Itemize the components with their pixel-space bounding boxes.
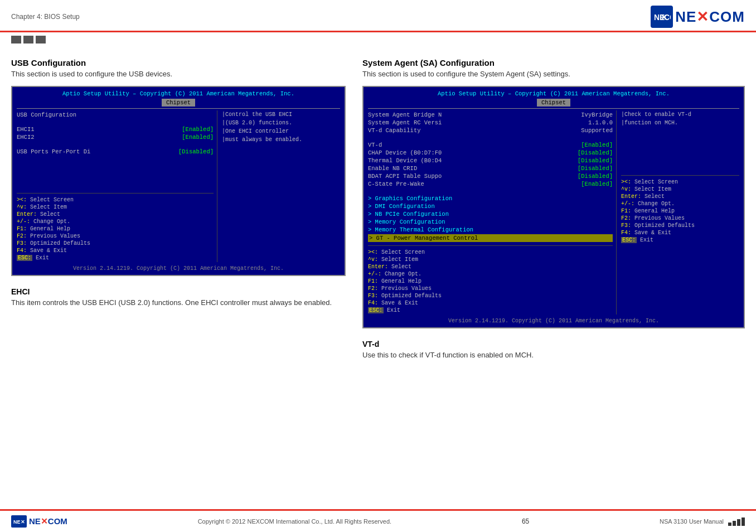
nav-dot-3	[36, 36, 46, 43]
sa-nbpcie-link[interactable]: NB PCIe Configuration	[368, 211, 613, 217]
bios-key-f4: F4: Save & Exit	[17, 248, 214, 254]
sa-chap-row: CHAP Device (B0:D7:F0 [Disabled]	[368, 149, 613, 156]
page-header: Chapter 4: BIOS Setup NE ✕ COM NE✕COM	[0, 0, 756, 32]
usb-config-title: USB Configuration	[11, 58, 346, 67]
sa-right-key-select-item: ^v: Select Item	[621, 186, 739, 192]
nav-bar	[0, 32, 756, 47]
svg-text:NE✕: NE✕	[13, 519, 25, 525]
bar-1	[728, 523, 731, 526]
bios-key-change: +/-: Change Opt.	[17, 219, 214, 225]
footer-manual-title: NSA 3130 User Manual	[660, 518, 745, 526]
right-column: System Agent (SA) Configuration This sec…	[362, 58, 745, 365]
sa-key-enter: Enter: Select	[368, 264, 613, 270]
footer-logo: NE✕ NE✕COM	[11, 515, 67, 528]
ehci-desc: This item controls the USB EHCI (USB 2.0…	[11, 298, 346, 307]
svg-text:COM: COM	[664, 13, 671, 22]
sa-config-title: System Agent (SA) Configuration	[362, 58, 745, 67]
vtd-title: VT-d	[362, 340, 745, 349]
bios-row-ehci2: EHCI2 [Enabled]	[17, 134, 214, 141]
nav-dot-2	[23, 36, 33, 43]
bios-row-ehci1: EHCI1 [Enabled]	[17, 126, 214, 133]
bar-2	[733, 521, 736, 526]
chapter-title: Chapter 4: BIOS Setup	[11, 13, 80, 21]
sa-bridge-row: System Agent Bridge N IvyBridge	[368, 112, 613, 118]
sa-memory-link[interactable]: Memory Configuration	[368, 219, 613, 225]
bios-key-select-screen: ><: Select Screen	[17, 197, 214, 203]
footer-page-number: 65	[522, 518, 529, 525]
sa-key-change: +/-: Change Opt.	[368, 271, 613, 277]
sa-gt-power-link[interactable]: GT - Power Management Control	[368, 234, 613, 242]
usb-bios-left: USB Configuration EHCI1 [Enabled] EHCI2 …	[17, 110, 217, 262]
bios-key-f2: F2: Previous Values	[17, 233, 214, 239]
sa-thermal-row: Thermal Device (B0:D4 [Disabled]	[368, 157, 613, 164]
sa-bios-help: |Check to enable VT-d |function on MCH.	[621, 110, 739, 127]
sa-vtd-row: VT-d [Enabled]	[368, 142, 613, 148]
footer-logo-icon: NE✕	[11, 515, 27, 528]
bios-row-usb-ports: USB Ports Per-Port Di [Disabled]	[17, 148, 214, 155]
sa-bdat-row: BDAT ACPI Table Suppo [Disabled]	[368, 173, 613, 180]
sa-right-key-change: +/-: Change Opt.	[621, 201, 739, 207]
sa-bios-tab: Chipset	[368, 99, 739, 106]
bar-4	[742, 518, 745, 526]
bios-key-esc: ESC: Exit	[17, 255, 214, 261]
sa-key-f1: F1: General Help	[368, 278, 613, 284]
sa-right-key-enter: Enter: Select	[621, 194, 739, 200]
sa-mem-thermal-link[interactable]: Memory Thermal Configuration	[368, 226, 613, 233]
left-column: USB Configuration This section is used t…	[11, 58, 346, 365]
sa-nb-crid-row: Enable NB CRID [Disabled]	[368, 165, 613, 172]
sa-key-f2: F2: Previous Values	[368, 286, 613, 292]
main-content: USB Configuration This section is used t…	[0, 47, 756, 376]
logo-text: NE✕COM	[675, 8, 745, 26]
sa-bios-header: Aptio Setup Utility – Copyright (C) 2011…	[368, 90, 739, 97]
sa-graphics-link[interactable]: Graphics Configuration	[368, 195, 613, 202]
nav-dot-1	[11, 36, 21, 43]
usb-config-label: USB Configuration	[17, 112, 214, 118]
sa-key-f3: F3: Optimized Defaults	[368, 293, 613, 299]
sa-dmi-link[interactable]: DMI Configuration	[368, 203, 613, 210]
sa-vtd-cap-row: VT-d Capability Supported	[368, 127, 613, 134]
usb-bios-content: USB Configuration EHCI1 [Enabled] EHCI2 …	[17, 110, 340, 262]
logo-icon: NE ✕ COM	[651, 6, 673, 28]
sa-right-key-esc: ESC: Exit	[621, 237, 739, 243]
sa-right-key-f4: F4: Save & Exit	[621, 230, 739, 236]
sa-key-esc: ESC: Exit	[368, 307, 613, 313]
page-footer: NE✕ NE✕COM Copyright © 2012 NEXCOM Inter…	[0, 509, 756, 532]
bios-key-f3: F3: Optimized Defaults	[17, 240, 214, 246]
bios-key-f1: F1: General Help	[17, 226, 214, 232]
footer-signal-bars	[728, 518, 745, 526]
usb-bios-box: Aptio Setup Utility – Copyright (C) 2011…	[11, 86, 346, 276]
sa-key-select-item: ^v: Select Item	[368, 257, 613, 263]
footer-logo-text: NE✕COM	[29, 516, 67, 526]
sa-rc-row: System Agent RC Versi 1.1.0.0	[368, 119, 613, 126]
usb-config-desc: This section is used to configure the US…	[11, 70, 346, 78]
sa-bios-right: |Check to enable VT-d |function on MCH. …	[617, 110, 739, 315]
ehci-title: EHCI	[11, 287, 346, 296]
usb-bios-header: Aptio Setup Utility – Copyright (C) 2011…	[17, 90, 340, 97]
logo: NE ✕ COM NE✕COM	[651, 6, 745, 28]
bios-key-enter: Enter: Select	[17, 211, 214, 217]
sa-key-select-screen: ><: Select Screen	[368, 249, 613, 255]
sa-right-key-f2: F2: Previous Values	[621, 215, 739, 221]
usb-bios-version: Version 2.14.1219. Copyright (C) 2011 Am…	[17, 265, 340, 272]
sa-right-key-f1: F1: General Help	[621, 208, 739, 214]
sa-bios-version: Version 2.14.1219. Copyright (C) 2011 Am…	[368, 318, 739, 324]
sa-key-f4: F4: Save & Exit	[368, 300, 613, 306]
sa-bios-content: System Agent Bridge N IvyBridge System A…	[368, 110, 739, 315]
sa-right-key-f3: F3: Optimized Defaults	[621, 223, 739, 229]
sa-cstate-row: C-State Pre-Wake [Enabled]	[368, 181, 613, 187]
sa-config-desc: This section is used to configure the Sy…	[362, 70, 745, 78]
sa-bios-box: Aptio Setup Utility – Copyright (C) 2011…	[362, 86, 745, 328]
vtd-desc: Use this to check if VT-d function is en…	[362, 351, 745, 359]
footer-copyright: Copyright © 2012 NEXCOM International Co…	[198, 518, 391, 525]
sa-bios-left: System Agent Bridge N IvyBridge System A…	[368, 110, 617, 315]
sa-right-key-select-screen: ><: Select Screen	[621, 179, 739, 185]
bios-key-select-item: ^v: Select Item	[17, 204, 214, 210]
bar-3	[737, 519, 740, 526]
usb-bios-tab: Chipset	[17, 99, 340, 106]
usb-bios-help: |Control the USB EHCI |(USB 2.0) functio…	[222, 110, 340, 144]
usb-bios-right: |Control the USB EHCI |(USB 2.0) functio…	[217, 110, 340, 262]
